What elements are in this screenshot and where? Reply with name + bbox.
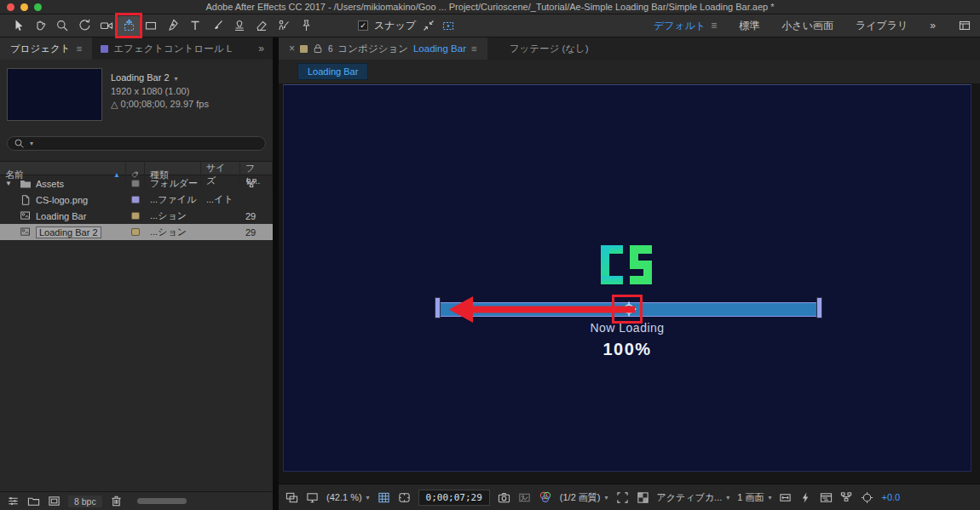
project-tabs-overflow[interactable]: » — [250, 37, 273, 60]
eraser-tool-button[interactable] — [251, 16, 273, 36]
composition-canvas[interactable]: Now Loading 100% — [283, 84, 971, 472]
new-folder-icon[interactable] — [27, 495, 40, 507]
item-framerate: 29 — [245, 227, 256, 238]
channel-colors-icon[interactable] — [539, 490, 552, 504]
anchor-point[interactable] — [621, 301, 637, 317]
workspace-default[interactable]: デフォルト ≡ — [654, 19, 717, 33]
tab-project[interactable]: プロジェクト ≡ — [0, 37, 92, 60]
column-size[interactable]: サイズ — [201, 162, 240, 187]
composition-panel-menu-icon[interactable]: ≡ — [471, 43, 477, 54]
grid-guides-icon[interactable] — [378, 491, 390, 504]
timeline-icon[interactable] — [820, 491, 833, 504]
monitor-icon[interactable] — [306, 491, 319, 504]
label-color-chip[interactable] — [131, 196, 140, 203]
hand-tool-button[interactable] — [29, 16, 51, 36]
preview-duration: △ 0;00;08;00, 29.97 fps — [111, 98, 209, 111]
window-controls — [7, 3, 42, 11]
bar-left-selection-handle[interactable] — [435, 297, 441, 318]
project-search-input[interactable]: ▾ — [7, 136, 266, 151]
tab-footage[interactable]: フッテージ (なし) — [487, 37, 611, 60]
pixel-aspect-correction-icon[interactable] — [779, 491, 792, 504]
workspace-standard[interactable]: 標準 — [739, 19, 759, 33]
brush-tool-button[interactable] — [206, 16, 228, 36]
reset-exposure-icon[interactable] — [861, 491, 873, 504]
panel-divider[interactable] — [273, 37, 279, 510]
selection-tool-icon — [11, 19, 25, 32]
tab-effect-controls[interactable]: エフェクトコントロール L — [92, 37, 240, 60]
minimize-window-button[interactable] — [20, 3, 28, 11]
show-snapshot-icon[interactable] — [518, 491, 531, 504]
trash-icon[interactable] — [110, 495, 123, 507]
zoom-window-button[interactable] — [34, 3, 42, 11]
magnification-caret-icon: ▾ — [366, 494, 370, 501]
resolution-dropdown[interactable]: (1/2 画質) ▾ — [560, 491, 608, 504]
bit-depth-button[interactable]: 8 bpc — [68, 496, 102, 507]
pan-behind-anchor-point-tool-button[interactable] — [118, 16, 140, 36]
unified-camera-tool-button[interactable] — [95, 16, 118, 36]
search-options-caret-icon[interactable]: ▾ — [30, 140, 33, 147]
close-window-button[interactable] — [7, 3, 14, 11]
always-preview-icon[interactable] — [285, 491, 298, 504]
roto-brush-tool-button[interactable] — [273, 16, 295, 36]
rectangle-tool-button[interactable] — [140, 16, 162, 36]
project-items-table: 名前 ▲ 種類 サイズ フレ.. ▼ Assets フォルダー — [0, 161, 273, 240]
interpret-footage-icon[interactable] — [7, 495, 20, 507]
workspace-small-screen[interactable]: 小さい画面 — [781, 19, 833, 33]
cs-logo-layer[interactable] — [601, 245, 654, 284]
eraser-tool-icon — [255, 19, 268, 32]
composition-statusbar: (42.1 %) ▾ 0;00;07;29 (1/2 画質) ▾ アクティブカ.… — [279, 484, 980, 510]
selection-tool-button[interactable] — [7, 16, 29, 36]
flowchart-icon[interactable] — [245, 178, 258, 190]
bar-right-selection-handle[interactable] — [816, 297, 822, 318]
percent-text-layer[interactable]: 100% — [284, 340, 971, 359]
current-time-display[interactable]: 0;00;07;29 — [418, 490, 490, 506]
disclosure-triangle-icon[interactable]: ▼ — [5, 180, 15, 187]
label-color-chip[interactable] — [131, 228, 140, 236]
label-color-chip[interactable] — [131, 180, 140, 187]
rotation-tool-button[interactable] — [73, 16, 95, 36]
lock-icon[interactable] — [313, 43, 323, 54]
now-loading-text-layer[interactable]: Now Loading — [284, 321, 971, 335]
snap-checkbox[interactable]: ✓ — [358, 20, 368, 31]
preview-resolution: 1920 x 1080 (1.00) — [111, 85, 209, 98]
table-row-loading-bar-2[interactable]: Loading Bar 2 ...ション 29 — [0, 224, 273, 240]
folder-icon — [20, 178, 32, 189]
mask-visibility-icon[interactable] — [398, 491, 411, 504]
new-composition-icon[interactable] — [48, 495, 61, 507]
transparency-grid-icon[interactable] — [637, 491, 649, 504]
zoom-tool-button[interactable] — [51, 16, 73, 36]
item-type: フォルダー — [150, 177, 198, 190]
type-tool-button[interactable] — [184, 16, 206, 36]
snap-collapse-icon[interactable] — [422, 19, 435, 32]
workspace-menu-icon[interactable]: ≡ — [711, 20, 717, 32]
active-camera-dropdown[interactable]: アクティブカ... ▾ — [657, 491, 730, 504]
preview-caret-icon[interactable]: ▾ — [175, 75, 178, 83]
magnification-dropdown[interactable]: (42.1 %) ▾ — [326, 492, 370, 502]
tab-composition-loading-bar[interactable]: × 6 コンポジション Loading Bar ≡ — [279, 37, 487, 60]
horizontal-scrollbar-thumb[interactable] — [137, 498, 187, 504]
snap-checkmark: ✓ — [360, 21, 366, 30]
clone-stamp-tool-button[interactable] — [228, 16, 251, 36]
close-tab-icon[interactable]: × — [289, 43, 295, 54]
table-row-loading-bar[interactable]: Loading Bar ...ション 29 — [0, 208, 273, 224]
composition-icon — [20, 226, 32, 238]
exposure-value[interactable]: +0.0 — [881, 492, 900, 502]
comp-flowchart-icon[interactable] — [840, 491, 853, 504]
workspace-bar-settings-icon[interactable] — [958, 19, 971, 32]
workspace-overflow[interactable]: » — [930, 20, 936, 32]
breadcrumb-composition-button[interactable]: Loading Bar — [297, 63, 368, 80]
region-of-interest-icon[interactable] — [616, 491, 629, 504]
project-panel-menu-icon[interactable]: ≡ — [77, 43, 83, 54]
label-color-chip[interactable] — [131, 212, 140, 220]
snapshot-camera-icon[interactable] — [498, 491, 510, 504]
puppet-pin-tool-button[interactable] — [295, 16, 317, 36]
pen-tool-button[interactable] — [162, 16, 184, 36]
view-layout-dropdown[interactable]: 1 画面 ▾ — [737, 491, 771, 504]
preview-item-name[interactable]: Loading Bar 2 — [111, 72, 170, 83]
composition-breadcrumb-strip: Loading Bar — [279, 60, 980, 83]
table-row-cs-logo[interactable]: CS-logo.png ...ファイル ...イト — [0, 192, 273, 208]
puppet-pin-tool-icon — [299, 19, 313, 32]
workspace-library[interactable]: ライブラリ — [856, 19, 908, 33]
snap-to-edges-icon[interactable] — [441, 19, 455, 32]
fast-previews-icon[interactable] — [799, 491, 812, 504]
